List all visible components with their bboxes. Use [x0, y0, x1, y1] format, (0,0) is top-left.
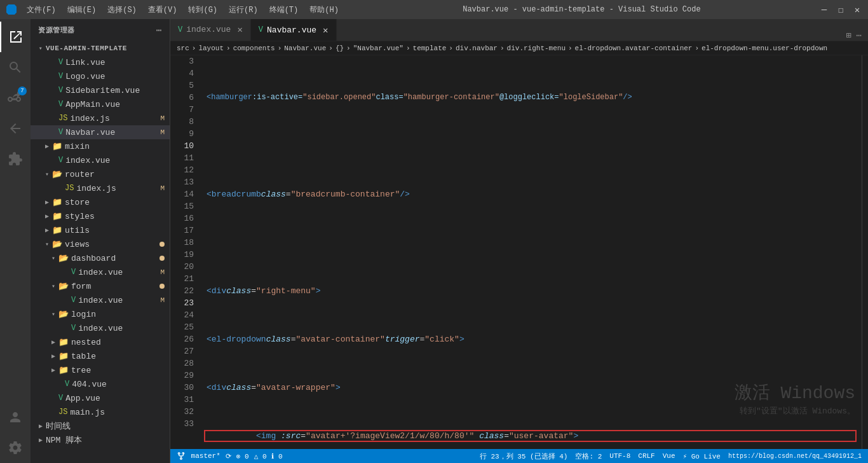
titlebar-left: 文件(F) 编辑(E) 选择(S) 查看(V) 转到(G) 运行(R) 终端(T… [6, 4, 344, 15]
minimize-button[interactable]: — [820, 5, 829, 14]
folder-label: dashboard [71, 254, 116, 263]
breadcrumb-divrightmenu[interactable]: div.right-menu [507, 45, 566, 52]
tree-utils-folder[interactable]: ▶ 📁 utils [31, 223, 170, 237]
sidebar-header-icons[interactable]: ⋯ [156, 25, 162, 36]
info-count[interactable]: ℹ 0 [271, 452, 282, 460]
folder-icon: 📁 [52, 197, 62, 207]
split-editor-icon[interactable]: ⊞ [846, 30, 851, 41]
tree-form-folder[interactable]: ▾ 📂 form [31, 279, 170, 293]
minimap[interactable] [862, 55, 868, 449]
breadcrumb-navbar2[interactable]: "Navbar.vue" [353, 45, 403, 52]
tree-index-vue2[interactable]: V index.vue [31, 153, 170, 167]
activity-explorer[interactable] [0, 22, 31, 52]
breadcrumb-divnavbar[interactable]: div.navbar [456, 45, 498, 52]
activity-extensions[interactable] [0, 144, 31, 174]
vue-icon: V [58, 86, 63, 95]
menu-file[interactable]: 文件(F) [22, 4, 61, 15]
folder-icon: 📁 [52, 211, 62, 221]
tree-dashboard-index-vue[interactable]: V index.vue M [31, 265, 170, 279]
activity-settings[interactable] [0, 432, 31, 463]
code-content[interactable]: <hamburger :is-active="sidebar.opened" c… [199, 55, 862, 449]
tree-styles-folder[interactable]: ▶ 📁 styles [31, 209, 170, 223]
tree-navbar-vue[interactable]: V Navbar.vue M [31, 125, 170, 139]
window-title: Navbar.vue - vue-admin-template - Visual… [344, 5, 820, 14]
indent-size[interactable]: 空格: 2 [575, 452, 602, 461]
activity-debug[interactable] [0, 113, 31, 144]
breadcrumb-sep: › [329, 45, 333, 52]
tree-views-folder[interactable]: ▾ 📂 views [31, 237, 170, 251]
menu-view[interactable]: 查看(V) [143, 4, 182, 15]
warnings-count[interactable]: △ 0 [254, 452, 267, 460]
tree-tree-folder[interactable]: ▶ 📁 tree [31, 363, 170, 377]
tree-router-folder[interactable]: ▾ 📂 router [31, 167, 170, 181]
breadcrumb-sep: › [226, 45, 231, 52]
tree-npm-folder[interactable]: ▶ NPM 脚本 [31, 433, 170, 447]
menu-goto[interactable]: 转到(G) [183, 4, 222, 15]
breadcrumb-components[interactable]: components [233, 45, 275, 52]
tree-link-vue[interactable]: V Link.vue [31, 55, 170, 69]
tree-login-index-vue[interactable]: V index.vue [31, 321, 170, 335]
tree-table-folder[interactable]: ▶ 📁 table [31, 349, 170, 363]
activity-account[interactable] [0, 402, 31, 432]
maximize-button[interactable]: ☐ [836, 5, 845, 14]
tree-login-folder[interactable]: ▾ 📂 login [31, 307, 170, 321]
tab-bar-right: ⊞ ⋯ [846, 30, 868, 41]
code-editor[interactable]: 3 4 5 6 7 8 9 10 11 12 13 14 15 16 17 18… [170, 55, 868, 449]
close-button[interactable]: ✕ [853, 5, 862, 14]
folder-arrow: ▾ [48, 282, 58, 290]
new-file-icon[interactable]: ⋯ [156, 25, 162, 36]
tree-index-js[interactable]: JS index.js M [31, 111, 170, 125]
menu-run[interactable]: 运行(R) [224, 4, 263, 15]
activity-search[interactable] [0, 52, 31, 83]
tree-nested-folder[interactable]: ▶ 📁 nested [31, 335, 170, 349]
breadcrumb-sep: › [406, 45, 410, 52]
tree-app-vue[interactable]: V App.vue [31, 391, 170, 405]
file-encoding[interactable]: UTF-8 [609, 452, 630, 460]
breadcrumb-eldropdownmenu[interactable]: el-dropdown-menu.user-dropdown [702, 45, 827, 52]
tree-mixin-folder[interactable]: ▶ 📁 mixin [31, 139, 170, 153]
tab-index-vue[interactable]: V index.vue ✕ [170, 19, 251, 41]
file-label: Navbar.vue [65, 128, 115, 137]
folder-arrow: ▾ [48, 254, 58, 262]
go-live-button[interactable]: ⚡ Go Live [683, 452, 721, 460]
breadcrumb-sep: › [449, 45, 453, 52]
breadcrumb-sep: › [695, 45, 699, 52]
menu-help[interactable]: 帮助(H) [304, 4, 344, 15]
language-mode[interactable]: Vue [663, 452, 675, 460]
errors-count[interactable]: ⊗ 0 [236, 452, 249, 460]
modified-indicator: M [160, 114, 165, 122]
tree-sidebaritem-vue[interactable]: V Sidebaritem.vue [31, 83, 170, 97]
tree-router-index-js[interactable]: JS index.js M [31, 181, 170, 195]
menu-terminal[interactable]: 终端(T) [264, 4, 304, 15]
breadcrumb-navbar[interactable]: Navbar.vue [284, 45, 326, 52]
menu-edit[interactable]: 编辑(E) [62, 4, 102, 15]
tree-form-index-vue[interactable]: V index.vue M [31, 293, 170, 307]
tree-store-folder[interactable]: ▶ 📁 store [31, 195, 170, 209]
tree-logo-vue[interactable]: V Logo.vue [31, 69, 170, 83]
sidebar-header: 资源管理器 ⋯ [31, 19, 170, 41]
tab-navbar-vue[interactable]: V Navbar.vue ✕ [251, 19, 337, 41]
tree-timeline-folder[interactable]: ▶ 时间线 [31, 419, 170, 433]
cursor-position[interactable]: 行 23，列 35 (已选择 4) [480, 452, 568, 461]
titlebar-menu[interactable]: 文件(F) 编辑(E) 选择(S) 查看(V) 转到(G) 运行(R) 终端(T… [22, 4, 344, 15]
breadcrumb-src[interactable]: src [177, 45, 189, 52]
tree-404-vue[interactable]: V 404.vue [31, 377, 170, 391]
tree-dashboard-folder[interactable]: ▾ 📂 dashboard [31, 251, 170, 265]
breadcrumb-eldropdown[interactable]: el-dropdown.avatar-container [575, 45, 693, 52]
notification-url[interactable]: https://blog.csdn.net/qq_43491912_1 [728, 453, 862, 460]
sync-button[interactable]: ⟳ [226, 452, 231, 460]
tab-close-button[interactable]: ✕ [323, 25, 328, 36]
git-branch[interactable]: master* [177, 452, 220, 460]
activity-scm[interactable]: 7 [0, 83, 31, 113]
breadcrumb-layout[interactable]: layout [198, 45, 224, 52]
line-endings[interactable]: CRLF [638, 452, 654, 460]
more-actions-icon[interactable]: ⋯ [857, 30, 862, 41]
breadcrumb-obj[interactable]: {} [336, 45, 344, 52]
tree-root[interactable]: ▾ VUE-ADMIN-TEMPLATE [31, 41, 170, 55]
tree-main-js[interactable]: JS main.js [31, 405, 170, 419]
menu-select[interactable]: 选择(S) [102, 4, 142, 15]
breadcrumb-template[interactable]: template [413, 45, 447, 52]
tree-appmain-vue[interactable]: V AppMain.vue [31, 97, 170, 111]
titlebar-controls[interactable]: — ☐ ✕ [820, 5, 862, 14]
tab-close-button[interactable]: ✕ [237, 24, 242, 35]
